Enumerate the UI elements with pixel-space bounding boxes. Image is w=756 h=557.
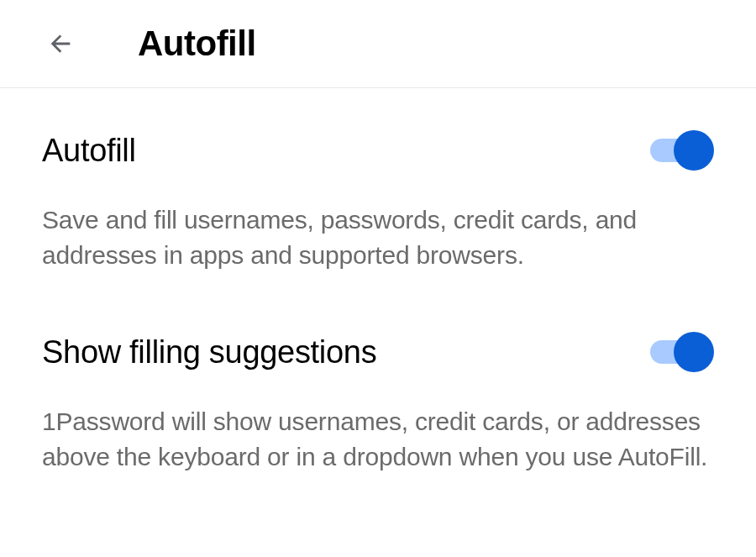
- settings-content: Autofill Save and fill usernames, passwo…: [0, 88, 756, 475]
- suggestions-toggle[interactable]: [650, 332, 714, 372]
- suggestions-setting-title: Show filling suggestions: [42, 334, 376, 370]
- autofill-toggle[interactable]: [650, 130, 714, 171]
- suggestions-setting-description: 1Password will show usernames, credit ca…: [42, 404, 714, 475]
- page-title: Autofill: [138, 24, 256, 64]
- autofill-setting-description: Save and fill usernames, passwords, cred…: [42, 202, 714, 273]
- suggestions-setting-row: Show filling suggestions: [42, 332, 714, 372]
- autofill-setting-row: Autofill: [42, 130, 714, 171]
- back-button[interactable]: [42, 25, 79, 62]
- header: Autofill: [0, 0, 756, 88]
- arrow-left-icon: [46, 29, 75, 58]
- toggle-thumb: [674, 332, 714, 372]
- toggle-thumb: [674, 130, 714, 171]
- autofill-setting-title: Autofill: [42, 133, 136, 169]
